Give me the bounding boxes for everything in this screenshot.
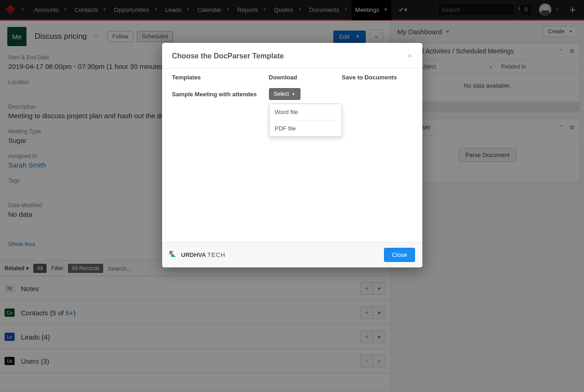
modal-close-icon[interactable]: × <box>407 51 412 61</box>
download-dropdown: Word file PDF file <box>269 104 342 137</box>
dropdown-option-pdf[interactable]: PDF file <box>269 120 342 136</box>
template-row-name: Sample Meeting with attendes <box>172 88 269 98</box>
modal-close-button[interactable]: Close <box>384 248 415 262</box>
vendor-logo-icon <box>169 251 178 259</box>
modal-backdrop: Choose the DocParser Template × Template… <box>0 0 584 392</box>
download-select-button[interactable]: Select ▼ <box>269 88 300 100</box>
modal-col-save: Save to Documents <box>342 74 412 81</box>
vendor-brand: URDHVA TECH <box>169 251 226 259</box>
docparser-modal: Choose the DocParser Template × Template… <box>162 43 422 267</box>
modal-title: Choose the DocParser Template <box>172 52 407 60</box>
modal-col-templates: Templates <box>172 74 269 81</box>
dropdown-option-word[interactable]: Word file <box>269 104 342 120</box>
modal-col-download: Download <box>269 74 342 81</box>
select-label: Select <box>274 91 289 97</box>
select-caret-icon: ▼ <box>292 92 295 96</box>
